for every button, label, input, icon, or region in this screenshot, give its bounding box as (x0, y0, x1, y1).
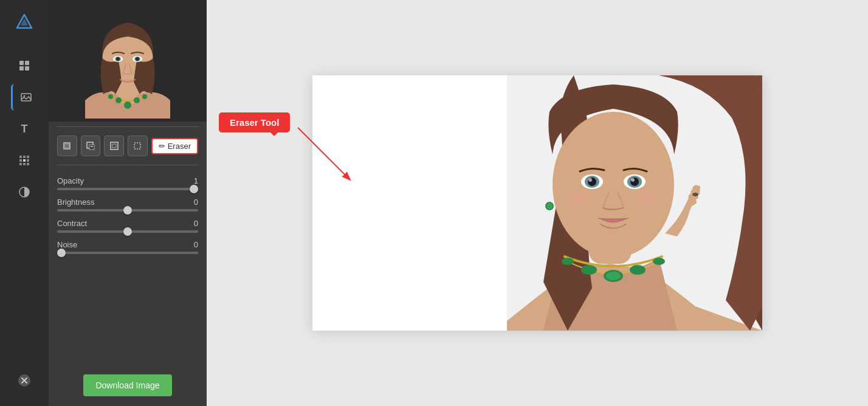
frame-tool-btn[interactable] (104, 136, 124, 156)
opacity-label: Opacity (57, 176, 84, 185)
canvas-area: Eraser Tool (207, 0, 868, 406)
noise-slider[interactable] (57, 252, 198, 254)
svg-point-59 (606, 272, 621, 280)
svg-rect-2 (19, 66, 24, 71)
divider-2 (57, 165, 199, 165)
sliders-area: Opacity 1 Brightness 0 Contract 0 Noise … (49, 170, 207, 260)
noise-value: 0 (194, 240, 198, 249)
contrast-slider[interactable] (57, 230, 198, 233)
contrast-label: Contract (57, 219, 87, 228)
svg-point-33 (142, 94, 147, 99)
opacity-slider[interactable] (57, 188, 198, 190)
svg-rect-14 (27, 163, 29, 165)
noise-label: Noise (57, 240, 77, 249)
side-panel: ✏ Eraser Opacity 1 Brightness 0 Contract… (49, 0, 207, 406)
svg-point-62 (562, 258, 574, 265)
noise-slider-row: Noise 0 (57, 240, 198, 254)
sidebar-item-pattern[interactable] (11, 147, 38, 174)
svg-point-61 (630, 265, 646, 275)
svg-rect-1 (25, 61, 29, 65)
svg-rect-7 (23, 156, 26, 158)
svg-point-28 (136, 57, 139, 61)
svg-rect-13 (23, 163, 26, 165)
svg-rect-12 (19, 163, 22, 165)
expand-tool-btn[interactable] (128, 136, 148, 156)
app-logo[interactable] (11, 9, 38, 35)
svg-point-63 (653, 258, 665, 265)
svg-point-32 (108, 94, 113, 99)
svg-point-60 (581, 265, 597, 275)
sidebar-item-grid[interactable] (11, 52, 38, 79)
svg-rect-0 (19, 61, 24, 65)
svg-rect-11 (27, 159, 29, 162)
eraser-tooltip: Eraser Tool (219, 112, 290, 132)
svg-point-57 (692, 193, 698, 196)
contrast-slider-row: Contract 0 (57, 219, 198, 233)
eraser-icon: ✏ (159, 142, 165, 151)
svg-point-54 (631, 178, 635, 182)
svg-point-46 (553, 112, 674, 258)
brightness-slider[interactable] (57, 209, 198, 212)
download-button[interactable]: Download Image (83, 374, 171, 396)
svg-rect-10 (23, 159, 26, 162)
svg-rect-6 (19, 156, 22, 158)
tools-row: ✏ Eraser (49, 132, 207, 160)
sidebar-item-contrast[interactable] (11, 179, 38, 205)
image-preview (49, 0, 207, 122)
svg-point-5 (24, 95, 26, 97)
svg-rect-37 (89, 145, 94, 150)
subtract-tool-btn[interactable] (81, 136, 101, 156)
svg-point-31 (134, 97, 140, 103)
canvas-frame (312, 75, 762, 331)
main-canvas-svg (312, 75, 762, 331)
svg-point-50 (588, 178, 592, 182)
svg-rect-35 (65, 144, 69, 148)
close-button[interactable] (11, 367, 38, 394)
divider-1 (57, 126, 199, 127)
icon-bar: T (0, 0, 49, 406)
sidebar-item-text[interactable]: T (11, 115, 38, 142)
crop-tool-btn[interactable] (57, 136, 77, 156)
brightness-label: Brightness (57, 198, 94, 207)
opacity-slider-row: Opacity 1 (57, 176, 198, 190)
svg-rect-8 (27, 156, 29, 158)
svg-rect-41 (134, 143, 140, 149)
svg-point-56 (635, 190, 659, 204)
svg-point-25 (116, 57, 120, 61)
svg-rect-40 (112, 144, 116, 148)
contrast-value: 0 (194, 219, 198, 228)
svg-rect-9 (19, 159, 22, 162)
opacity-value: 1 (194, 176, 198, 185)
svg-point-29 (124, 102, 131, 109)
svg-point-55 (568, 190, 592, 204)
eraser-button[interactable]: ✏ Eraser (151, 138, 198, 154)
brightness-value: 0 (194, 198, 198, 207)
svg-point-30 (115, 97, 122, 103)
svg-rect-3 (25, 66, 29, 71)
svg-point-65 (546, 203, 553, 209)
svg-rect-39 (111, 142, 118, 150)
sidebar-item-image[interactable] (11, 84, 38, 111)
brightness-slider-row: Brightness 0 (57, 198, 198, 212)
eraser-label: Eraser (168, 142, 191, 151)
